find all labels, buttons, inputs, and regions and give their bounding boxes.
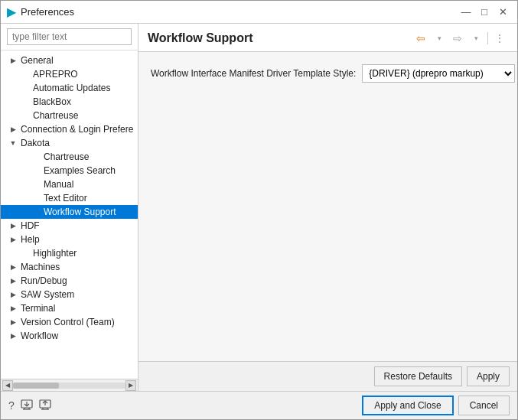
filter-input[interactable]	[7, 28, 132, 45]
main-content: ▶GeneralAPREPROAutomatic UpdatesBlackBox…	[1, 24, 517, 391]
tree-item-machines[interactable]: ▶Machines	[1, 260, 138, 274]
template-style-label: Workflow Interface Manifest Driver Templ…	[151, 68, 356, 79]
footer-buttons: Apply and Close Cancel	[362, 396, 510, 415]
forward-dropdown-button[interactable]: ▾	[468, 30, 484, 47]
export-icon[interactable]	[39, 399, 51, 412]
tree-label-blackbox: BlackBox	[31, 96, 71, 107]
tree-label-version-control: Version Control (Team)	[19, 317, 115, 327]
tree-label-automatic-updates: Automatic Updates	[31, 83, 110, 93]
template-style-select[interactable]: {DRIVER} (dprepro markup){DRIVER} (aprep…	[362, 64, 515, 83]
tree-item-text-editor[interactable]: Text Editor	[1, 191, 138, 205]
tree-label-run-debug: Run/Debug	[19, 275, 67, 286]
tree-item-chartreuse-top[interactable]: Chartreuse	[1, 109, 138, 122]
right-panel: Workflow Support ⇦ ▾ ⇨ ▾	[138, 24, 517, 391]
horizontal-scrollbar: ◀ ▶	[1, 379, 138, 391]
tree-label-examples-search: Examples Search	[42, 165, 116, 176]
tree-item-automatic-updates[interactable]: Automatic Updates	[1, 81, 138, 95]
left-panel: ▶GeneralAPREPROAutomatic UpdatesBlackBox…	[1, 24, 138, 391]
forward-arrow-icon: ⇨	[453, 32, 462, 44]
title-bar: ▶ Preferences — □ ✕	[1, 1, 517, 24]
tree-item-highlighter[interactable]: Highlighter	[1, 246, 138, 260]
tree-item-workflow-support[interactable]: Workflow Support	[1, 205, 138, 219]
expand-arrow-terminal: ▶	[7, 304, 19, 312]
tree-label-manual: Manual	[42, 179, 73, 190]
tree-item-saw-system[interactable]: ▶SAW System	[1, 288, 138, 301]
forward-button[interactable]: ⇨	[449, 30, 466, 47]
tree-item-dakota[interactable]: ▼Dakota	[1, 136, 138, 150]
scroll-right-btn[interactable]: ▶	[125, 380, 136, 391]
tree-item-hdf[interactable]: ▶HDF	[1, 219, 138, 233]
tree-label-aprepro: APREPRO	[31, 69, 78, 80]
tree-label-machines: Machines	[19, 262, 60, 272]
scroll-left-btn[interactable]: ◀	[2, 380, 13, 391]
tree-item-manual[interactable]: Manual	[1, 177, 138, 191]
tree-container: ▶GeneralAPREPROAutomatic UpdatesBlackBox…	[1, 50, 138, 379]
expand-arrow-run-debug: ▶	[7, 277, 19, 285]
restore-defaults-button[interactable]: Restore Defaults	[374, 366, 462, 386]
expand-arrow-help: ▶	[7, 236, 19, 243]
filter-wrap	[1, 24, 138, 50]
tree-item-aprepro[interactable]: APREPRO	[1, 67, 138, 81]
cancel-button[interactable]: Cancel	[458, 396, 510, 415]
right-header: Workflow Support ⇦ ▾ ⇨ ▾	[138, 24, 517, 52]
tree-item-general[interactable]: ▶General	[1, 54, 138, 67]
bottom-bar: Restore Defaults Apply	[138, 361, 517, 391]
maximize-button[interactable]: □	[476, 4, 493, 21]
tree-label-workflow-support: Workflow Support	[42, 207, 116, 217]
expand-arrow-general: ▶	[7, 57, 19, 64]
tree-label-terminal: Terminal	[19, 303, 55, 314]
tree-label-dakota: Dakota	[19, 138, 50, 148]
form-row: Workflow Interface Manifest Driver Templ…	[151, 64, 505, 83]
tree-label-general: General	[19, 55, 54, 66]
preferences-window: ▶ Preferences — □ ✕ ▶GeneralAPREPROAutom…	[0, 0, 518, 420]
expand-arrow-connection-login: ▶	[7, 125, 19, 133]
apply-and-close-button[interactable]: Apply and Close	[362, 396, 453, 415]
tree-item-version-control[interactable]: ▶Version Control (Team)	[1, 315, 138, 329]
more-icon: ⋮	[494, 32, 505, 44]
tree-item-blackbox[interactable]: BlackBox	[1, 95, 138, 109]
right-toolbar: ⇦ ▾ ⇨ ▾ ⋮	[412, 30, 508, 47]
tree-item-examples-search[interactable]: Examples Search	[1, 164, 138, 177]
back-dropdown-button[interactable]: ▾	[431, 30, 448, 47]
scrollbar-thumb	[13, 383, 59, 389]
menu-button[interactable]: ⋮	[491, 30, 508, 47]
apply-button[interactable]: Apply	[467, 366, 510, 386]
dropdown-arrow-icon: ▾	[438, 34, 441, 42]
close-button[interactable]: ✕	[494, 4, 511, 21]
expand-arrow-hdf: ▶	[7, 222, 19, 230]
toolbar-separator	[487, 32, 488, 44]
back-button[interactable]: ⇦	[412, 30, 429, 47]
right-body: Workflow Interface Manifest Driver Templ…	[138, 52, 517, 361]
tree-item-chartreuse-dakota[interactable]: Chartreuse	[1, 150, 138, 164]
tree-label-chartreuse-top: Chartreuse	[31, 110, 78, 121]
tree-item-terminal[interactable]: ▶Terminal	[1, 301, 138, 315]
scrollbar-track[interactable]	[13, 383, 125, 389]
tree-item-help[interactable]: ▶Help	[1, 233, 138, 246]
app-icon: ▶	[7, 5, 16, 19]
window-title: Preferences	[21, 6, 458, 18]
expand-arrow-saw-system: ▶	[7, 291, 19, 298]
tree-label-saw-system: SAW System	[19, 289, 74, 300]
expand-arrow-machines: ▶	[7, 263, 19, 271]
tree-item-connection-login[interactable]: ▶Connection & Login Prefere	[1, 122, 138, 136]
expand-arrow-workflow: ▶	[7, 332, 19, 340]
tree-label-connection-login: Connection & Login Prefere	[19, 124, 133, 135]
tree-label-text-editor: Text Editor	[42, 193, 87, 203]
tree-item-run-debug[interactable]: ▶Run/Debug	[1, 274, 138, 288]
tree-label-highlighter: Highlighter	[31, 248, 77, 259]
dropdown2-arrow-icon: ▾	[474, 34, 478, 42]
tree-label-chartreuse-dakota: Chartreuse	[42, 151, 89, 162]
tree-label-help: Help	[19, 234, 40, 245]
import-icon[interactable]	[21, 399, 33, 412]
tree-item-workflow[interactable]: ▶Workflow	[1, 329, 138, 343]
footer-icons: ?	[8, 399, 51, 412]
tree-label-hdf: HDF	[19, 220, 40, 231]
footer-bar: ?	[1, 391, 517, 419]
section-title: Workflow Support	[148, 31, 252, 45]
back-arrow-icon: ⇦	[416, 32, 425, 44]
help-icon[interactable]: ?	[8, 399, 15, 412]
minimize-button[interactable]: —	[458, 4, 474, 21]
window-controls: — □ ✕	[458, 4, 511, 21]
expand-arrow-dakota: ▼	[7, 139, 19, 147]
expand-arrow-version-control: ▶	[7, 318, 19, 326]
